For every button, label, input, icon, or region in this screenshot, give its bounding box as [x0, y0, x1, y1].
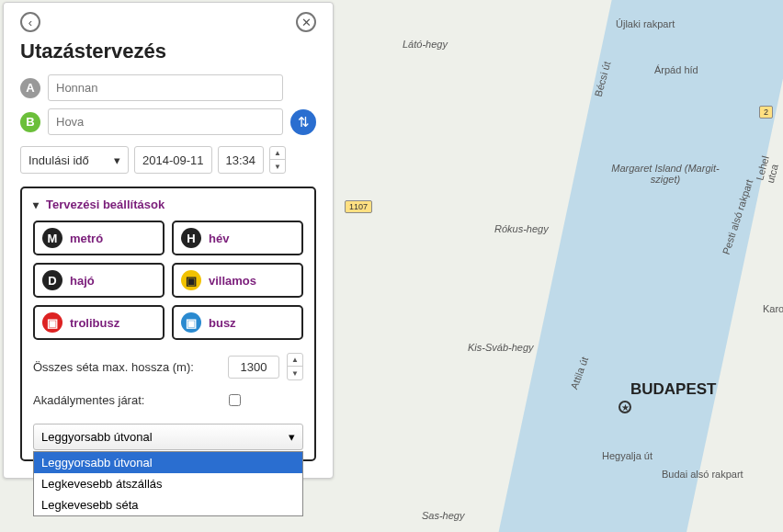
time-step-down[interactable]: ▼: [270, 160, 285, 173]
map-label-lato: Látó-hegy: [403, 39, 448, 50]
optimize-opt-fastest[interactable]: Leggyorsabb útvonal: [34, 452, 302, 473]
panel-title: Utazástervezés: [20, 40, 316, 63]
swap-button[interactable]: ⇅: [290, 109, 316, 135]
max-walk-row: Összes séta max. hossza (m): 1300 ▲ ▼: [33, 353, 303, 380]
origin-destination-group: A B ⇅: [20, 74, 316, 135]
point-a-badge: A: [20, 78, 40, 98]
map-label-ujlaki: Újlaki rakpart: [616, 18, 675, 29]
to-input[interactable]: [48, 108, 283, 135]
depart-mode-label: Indulási idő: [28, 153, 89, 167]
map-road-2: 2: [759, 106, 773, 119]
panel-header: ‹ ✕: [20, 12, 316, 32]
mode-villamos[interactable]: ▣villamos: [172, 263, 303, 298]
metro-icon: M: [42, 228, 62, 248]
mode-hajo[interactable]: Dhajó: [33, 263, 165, 298]
date-input[interactable]: 2014-09-11: [134, 146, 212, 174]
boat-icon: D: [42, 270, 62, 290]
optimize-dropdown: Leggyorsabb útvonal ▾ Leggyorsabb útvona…: [33, 424, 303, 450]
time-stepper: ▲ ▼: [269, 146, 286, 174]
walk-stepper: ▲ ▼: [287, 353, 303, 380]
planning-settings: ▾ Tervezési beállítások Mmetró Hhév Dhaj…: [20, 187, 316, 461]
optimize-options: Leggyorsabb útvonal Legkevesebb átszállá…: [33, 451, 303, 516]
map-label-rokus: Rókus-hegy: [494, 223, 549, 234]
hev-icon: H: [181, 228, 201, 248]
time-input[interactable]: 13:34: [218, 146, 265, 174]
accessible-row: Akadálymentes járat:: [33, 393, 303, 407]
caret-down-icon: ▾: [114, 153, 120, 167]
max-walk-input[interactable]: 1300: [228, 356, 279, 379]
from-row: A: [20, 74, 316, 101]
bus-icon: ▣: [181, 312, 201, 333]
map-city-marker: ★: [618, 401, 631, 413]
map-label-arpad: Árpád híd: [654, 64, 698, 75]
map-label-sashegy: Sas-hegy: [422, 510, 464, 521]
map-label-budai: Budai alsó rakpart: [662, 469, 743, 480]
map-road-1107: 1107: [345, 200, 372, 213]
map-label-kissvab: Kis-Sváb-hegy: [468, 342, 534, 353]
trolley-icon: ▣: [42, 312, 62, 333]
to-row: B ⇅: [20, 108, 316, 135]
caret-down-icon: ▾: [289, 430, 295, 444]
point-b-badge: B: [20, 112, 40, 132]
optimize-selected: Leggyorsabb útvonal: [41, 430, 153, 444]
optimize-select[interactable]: Leggyorsabb útvonal ▾: [33, 424, 303, 450]
back-button[interactable]: ‹: [20, 12, 40, 32]
optimize-opt-fewest-transfers[interactable]: Legkevesebb átszállás: [34, 473, 302, 494]
walk-step-up[interactable]: ▲: [288, 354, 302, 367]
accessible-label: Akadálymentes járat:: [33, 393, 144, 407]
map-label-margit: Margaret Island (Margit-sziget): [610, 163, 721, 185]
mode-metro[interactable]: Mmetró: [33, 221, 165, 255]
map-city-label: BUDAPEST: [630, 380, 717, 399]
settings-title: Tervezési beállítások: [46, 198, 165, 211]
tram-icon: ▣: [181, 270, 201, 290]
time-step-up[interactable]: ▲: [270, 147, 285, 160]
accessible-checkbox[interactable]: [229, 394, 241, 406]
mode-hev[interactable]: Hhév: [172, 221, 303, 255]
walk-step-down[interactable]: ▼: [288, 367, 302, 379]
close-button[interactable]: ✕: [296, 12, 316, 32]
map-label-karo: Karo: [763, 303, 783, 314]
settings-toggle[interactable]: ▾ Tervezési beállítások: [33, 198, 303, 221]
optimize-opt-least-walk[interactable]: Legkevesebb séta: [34, 494, 302, 515]
time-row: Indulási idő ▾ 2014-09-11 13:34 ▲ ▼: [20, 146, 316, 174]
caret-down-icon: ▾: [33, 198, 39, 211]
mode-busz[interactable]: ▣busz: [172, 305, 303, 340]
from-input[interactable]: [48, 74, 283, 101]
map-label-hegyalja: Hegyalja út: [602, 450, 652, 461]
mode-trolibusz[interactable]: ▣trolibusz: [33, 305, 165, 340]
max-walk-label: Összes séta max. hossza (m):: [33, 360, 194, 374]
trip-planner-panel: ‹ ✕ Utazástervezés A B ⇅ Indulási idő ▾ …: [3, 2, 334, 479]
depart-mode-select[interactable]: Indulási idő ▾: [20, 146, 129, 174]
mode-grid: Mmetró Hhév Dhajó ▣villamos ▣trolibusz ▣…: [33, 221, 303, 340]
